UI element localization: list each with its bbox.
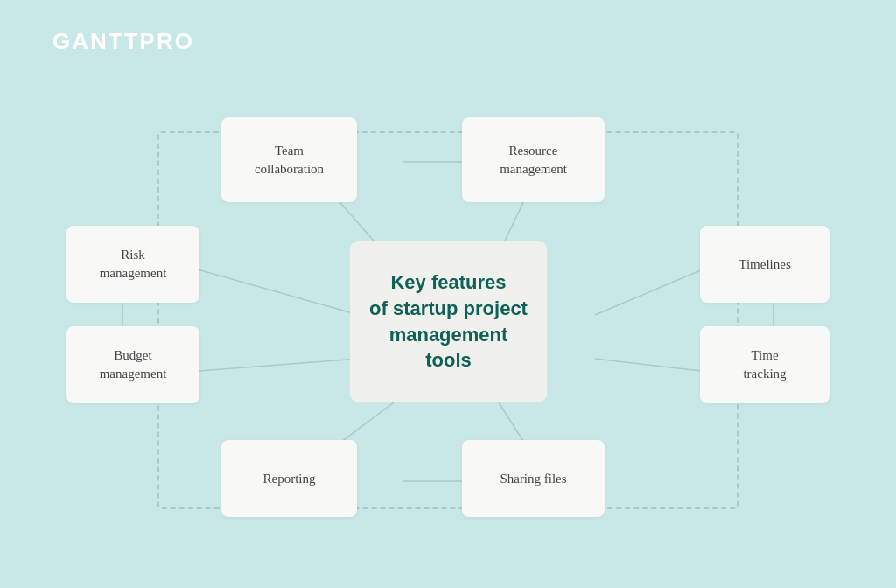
card-sharing-files: Sharing files (462, 440, 605, 517)
card-time-tracking-label: Timetracking (743, 346, 786, 383)
logo-text: GANTTPRO (52, 28, 194, 54)
card-risk-management-label: Riskmanagement (100, 246, 167, 283)
card-sharing-files-label: Sharing files (500, 470, 566, 488)
card-reporting: Reporting (221, 440, 357, 517)
card-reporting-label: Reporting (263, 470, 316, 488)
card-budget-management-label: Budgetmanagement (100, 346, 167, 383)
card-timelines: Timelines (700, 226, 830, 303)
card-time-tracking: Timetracking (700, 326, 830, 403)
center-card: Key featuresof startup projectmanagement… (350, 241, 547, 402)
card-team-collaboration-label: Teamcollaboration (255, 142, 324, 178)
card-resource-management: Resourcemanagement (462, 117, 605, 202)
card-team-collaboration: Teamcollaboration (221, 117, 357, 202)
card-resource-management-label: Resourcemanagement (500, 142, 567, 178)
card-budget-management: Budgetmanagement (66, 326, 200, 403)
diagram-area: Key featuresof startup projectmanagement… (52, 79, 844, 562)
logo: GANTTPRO (52, 28, 194, 55)
card-timelines-label: Timelines (738, 256, 790, 274)
card-risk-management: Riskmanagement (66, 226, 200, 303)
center-card-text: Key featuresof startup projectmanagement… (368, 270, 529, 374)
